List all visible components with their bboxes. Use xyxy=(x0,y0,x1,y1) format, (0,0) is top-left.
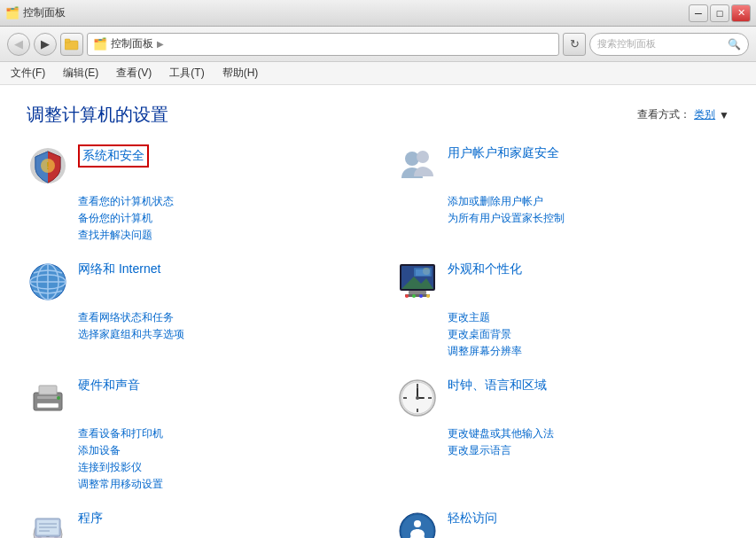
search-icon: 🔍 xyxy=(728,38,741,51)
svg-point-23 xyxy=(426,294,430,298)
icon-accessibility xyxy=(396,510,439,538)
link-check-status[interactable]: 查看您的计算机状态 xyxy=(78,194,361,209)
nav-bar: ◀ ▶ 🗂️ 控制面板 ▶ ↻ 搜索控制面板 🔍 xyxy=(0,27,756,62)
maximize-button[interactable]: □ xyxy=(710,4,729,22)
svg-point-22 xyxy=(419,294,423,298)
section-programs-title-area: 程序 xyxy=(78,510,103,527)
section-title-accessibility[interactable]: 轻松访问 xyxy=(448,510,497,527)
section-hardware-header: 硬件和声音 xyxy=(27,377,361,419)
window-title: 控制面板 xyxy=(23,5,66,20)
icon-network xyxy=(27,261,69,303)
svg-rect-16 xyxy=(409,291,426,294)
section-network-title-area: 网络和 Internet xyxy=(78,261,160,278)
section-clock: 时钟、语言和区域 更改键盘或其他输入法 更改显示语言 xyxy=(396,377,730,492)
page-header: 调整计算机的设置 查看方式： 类别 ▼ xyxy=(27,103,729,127)
link-projector[interactable]: 连接到投影仪 xyxy=(78,460,361,475)
icon-programs xyxy=(27,510,69,538)
section-accessibility: 轻松访问 使用 Windows 建议的设置 优化视频显示 xyxy=(396,510,730,538)
link-resolution[interactable]: 调整屏幕分辨率 xyxy=(448,344,730,359)
section-hardware-links: 查看设备和打印机 添加设备 连接到投影仪 调整常用移动设置 xyxy=(78,426,361,492)
svg-text:!: ! xyxy=(46,161,49,171)
section-title-network[interactable]: 网络和 Internet xyxy=(78,261,160,278)
menu-file[interactable]: 文件(F) xyxy=(7,64,49,82)
section-title-appearance[interactable]: 外观和个性化 xyxy=(448,261,522,278)
svg-rect-1 xyxy=(65,39,70,43)
menu-view[interactable]: 查看(V) xyxy=(113,64,155,82)
search-placeholder: 搜索控制面板 xyxy=(597,37,656,51)
section-system-security-title-area: 系统和安全 xyxy=(78,144,149,168)
link-add-user[interactable]: 添加或删除用户帐户 xyxy=(448,194,730,209)
section-title-clock[interactable]: 时钟、语言和区域 xyxy=(448,377,547,394)
address-text: 控制面板 xyxy=(111,36,153,51)
icon-system-security: ! xyxy=(27,144,69,187)
link-network-status[interactable]: 查看网络状态和任务 xyxy=(78,310,361,325)
section-appearance: 外观和个性化 更改主题 更改桌面背景 调整屏幕分辨率 xyxy=(396,261,730,359)
main-content: 调整计算机的设置 查看方式： 类别 ▼ ! xyxy=(0,85,756,538)
section-appearance-title-area: 外观和个性化 xyxy=(448,261,522,278)
refresh-button[interactable]: ↻ xyxy=(563,33,586,56)
section-title-hardware[interactable]: 硬件和声音 xyxy=(78,377,140,394)
section-system-security: ! 系统和安全 查看您的计算机状态 备份您的计算机 查找并解决问题 xyxy=(27,144,361,243)
section-user-accounts-title-area: 用户帐户和家庭安全 xyxy=(448,144,559,162)
section-clock-title-area: 时钟、语言和区域 xyxy=(448,377,547,394)
close-button[interactable]: ✕ xyxy=(731,4,751,22)
section-user-accounts-header: 用户帐户和家庭安全 xyxy=(396,144,730,187)
address-arrow: ▶ xyxy=(157,39,164,49)
section-network-header: 网络和 Internet xyxy=(27,261,361,303)
forward-button[interactable]: ▶ xyxy=(34,33,57,56)
svg-point-49 xyxy=(414,520,421,527)
menu-edit[interactable]: 编辑(E) xyxy=(59,64,102,82)
link-parental-controls[interactable]: 为所有用户设置家长控制 xyxy=(448,211,730,226)
page-title: 调整计算机的设置 xyxy=(27,103,168,127)
link-display-language[interactable]: 更改显示语言 xyxy=(448,443,730,458)
svg-rect-17 xyxy=(405,294,430,297)
link-mobile-settings[interactable]: 调整常用移动设置 xyxy=(78,477,361,492)
link-keyboard-input[interactable]: 更改键盘或其他输入法 xyxy=(448,426,730,441)
section-programs: 程序 卸载程序 xyxy=(27,510,361,538)
menu-bar: 文件(F) 编辑(E) 查看(V) 工具(T) 帮助(H) xyxy=(0,62,756,85)
section-title-system-security[interactable]: 系统和安全 xyxy=(78,144,149,168)
link-change-desktop[interactable]: 更改桌面背景 xyxy=(448,327,730,342)
section-system-security-links: 查看您的计算机状态 备份您的计算机 查找并解决问题 xyxy=(78,194,361,243)
icon-hardware xyxy=(27,377,69,419)
view-mode-value[interactable]: 类别 xyxy=(694,107,715,122)
svg-rect-19 xyxy=(416,269,430,276)
view-mode-label: 查看方式： xyxy=(637,107,690,122)
svg-point-28 xyxy=(57,396,60,400)
address-folder-icon: 🗂️ xyxy=(93,37,107,51)
svg-rect-27 xyxy=(37,403,58,408)
icon-user-accounts xyxy=(396,144,439,187)
svg-point-21 xyxy=(412,294,416,298)
section-accessibility-title-area: 轻松访问 xyxy=(448,510,497,527)
menu-help[interactable]: 帮助(H) xyxy=(219,64,262,82)
section-hardware: 硬件和声音 查看设备和打印机 添加设备 连接到投影仪 调整常用移动设置 xyxy=(27,377,361,492)
link-homegroup[interactable]: 选择家庭组和共享选项 xyxy=(78,327,361,342)
title-bar-controls: ─ □ ✕ xyxy=(689,4,751,22)
menu-tools[interactable]: 工具(T) xyxy=(166,64,207,82)
section-accessibility-header: 轻松访问 xyxy=(396,510,730,538)
section-clock-links: 更改键盘或其他输入法 更改显示语言 xyxy=(448,426,730,458)
window-icon: 🗂️ xyxy=(5,6,19,19)
section-network: 网络和 Internet 查看网络状态和任务 选择家庭组和共享选项 xyxy=(27,261,361,359)
search-bar[interactable]: 搜索控制面板 🔍 xyxy=(589,33,749,56)
svg-rect-25 xyxy=(37,396,58,399)
section-appearance-header: 外观和个性化 xyxy=(396,261,730,303)
link-add-device[interactable]: 添加设备 xyxy=(78,443,361,458)
back-button[interactable]: ◀ xyxy=(7,33,30,56)
minimize-button[interactable]: ─ xyxy=(689,4,708,22)
link-backup[interactable]: 备份您的计算机 xyxy=(78,211,361,226)
section-user-accounts: 用户帐户和家庭安全 添加或删除用户帐户 为所有用户设置家长控制 xyxy=(396,144,730,243)
section-user-accounts-links: 添加或删除用户帐户 为所有用户设置家长控制 xyxy=(448,194,730,226)
view-mode: 查看方式： 类别 ▼ xyxy=(637,107,729,122)
section-title-user-accounts[interactable]: 用户帐户和家庭安全 xyxy=(448,144,559,162)
link-troubleshoot[interactable]: 查找并解决问题 xyxy=(78,228,361,243)
section-title-programs[interactable]: 程序 xyxy=(78,510,103,527)
svg-rect-26 xyxy=(39,386,57,394)
link-devices-printers[interactable]: 查看设备和打印机 xyxy=(78,426,361,441)
link-change-theme[interactable]: 更改主题 xyxy=(448,310,730,325)
icon-clock xyxy=(396,377,439,419)
title-bar: 🗂️ 控制面板 ─ □ ✕ xyxy=(0,0,756,27)
folder-button[interactable] xyxy=(60,33,83,56)
svg-point-6 xyxy=(417,151,429,163)
address-bar[interactable]: 🗂️ 控制面板 ▶ xyxy=(87,33,559,56)
